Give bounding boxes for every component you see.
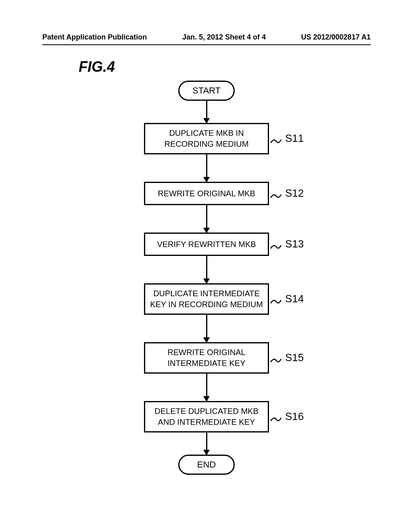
arrow-icon xyxy=(206,374,207,401)
process-s13: VERIFY REWRITTEN MKB S13 xyxy=(144,233,269,256)
process-text: VERIFY REWRITTEN MKB xyxy=(157,239,256,250)
step-id: S16 xyxy=(285,409,304,424)
process-text: DUPLICATE MKB IN RECORDING MEDIUM xyxy=(145,128,268,150)
page-header: Patent Application Publication Jan. 5, 2… xyxy=(0,33,413,42)
terminal-end: END xyxy=(178,455,235,475)
arrow-icon xyxy=(206,256,207,283)
step-label-s12: S12 xyxy=(268,186,304,200)
connector-tilde-icon xyxy=(270,189,282,197)
arrow-icon xyxy=(206,315,207,342)
header-center: Jan. 5, 2012 Sheet 4 of 4 xyxy=(182,33,266,42)
flowchart: START DUPLICATE MKB IN RECORDING MEDIUM … xyxy=(0,81,413,475)
arrow-icon xyxy=(206,205,207,233)
connector-tilde-icon xyxy=(270,295,282,303)
end-label: END xyxy=(197,459,216,470)
connector-tilde-icon xyxy=(270,135,282,143)
process-s14: DUPLICATE INTERMEDIATE KEY IN RECORDING … xyxy=(144,283,269,315)
header-divider xyxy=(42,44,371,45)
process-s11: DUPLICATE MKB IN RECORDING MEDIUM S11 xyxy=(144,123,269,154)
connector-tilde-icon xyxy=(270,354,282,362)
step-label-s11: S11 xyxy=(268,131,304,145)
step-label-s15: S15 xyxy=(268,351,304,365)
step-id: S14 xyxy=(285,292,304,306)
step-id: S15 xyxy=(285,351,304,365)
connector-tilde-icon xyxy=(270,413,282,421)
arrow-icon xyxy=(206,101,207,123)
process-text: DUPLICATE INTERMEDIATE KEY IN RECORDING … xyxy=(145,288,268,310)
process-s12: REWRITE ORIGINAL MKB S12 xyxy=(144,182,269,205)
process-text: DELETE DUPLICATED MKB AND INTERMEDIATE K… xyxy=(145,406,268,428)
step-label-s16: S16 xyxy=(268,409,304,424)
header-left: Patent Application Publication xyxy=(42,33,147,42)
step-label-s14: S14 xyxy=(268,292,304,306)
figure-label: FIG.4 xyxy=(79,58,115,75)
terminal-start: START xyxy=(178,81,235,101)
step-id: S12 xyxy=(285,186,304,200)
arrow-icon xyxy=(206,432,207,455)
header-right: US 2012/0002817 A1 xyxy=(301,33,371,42)
step-id: S11 xyxy=(285,131,304,145)
connector-tilde-icon xyxy=(270,240,282,248)
process-s15: REWRITE ORIGINAL INTERMEDIATE KEY S15 xyxy=(144,342,269,374)
process-s16: DELETE DUPLICATED MKB AND INTERMEDIATE K… xyxy=(144,401,269,432)
step-label-s13: S13 xyxy=(268,237,304,251)
start-label: START xyxy=(192,85,221,96)
arrow-icon xyxy=(206,154,207,182)
process-text: REWRITE ORIGINAL INTERMEDIATE KEY xyxy=(145,347,268,369)
process-text: REWRITE ORIGINAL MKB xyxy=(158,188,255,199)
step-id: S13 xyxy=(285,237,304,251)
